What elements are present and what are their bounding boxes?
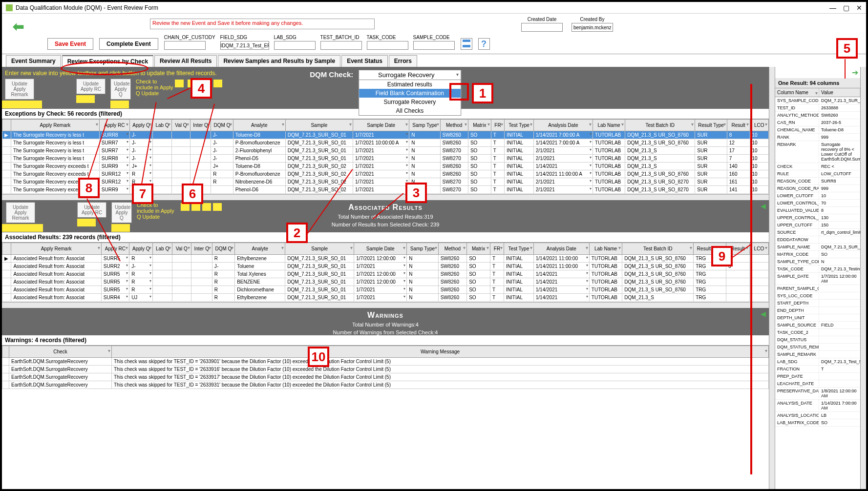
col-header[interactable]: FR▾ <box>490 243 504 255</box>
col-header[interactable]: Inter Q▾ <box>191 243 212 255</box>
filter-icon[interactable]: ▾ <box>349 122 352 127</box>
filter-icon[interactable]: ▾ <box>501 122 503 127</box>
associated-grid[interactable]: Apply Remark▾Apply RC▾Apply Q▾Lab Q▾Val … <box>2 243 769 302</box>
col-header[interactable]: Lab Q▾ <box>153 243 172 255</box>
help-button[interactable]: ? <box>478 38 490 50</box>
remark-input-box-2[interactable] <box>2 224 43 232</box>
field-sdg-input[interactable] <box>220 41 269 50</box>
filter-icon[interactable]: ▾ <box>230 122 232 127</box>
warnings-grid[interactable]: Check▾Warning Message▾EarthSoft.DQM.Surr… <box>2 346 769 489</box>
table-row[interactable]: EarthSoft.DQM.SurrogateRecoveryThis chec… <box>2 373 769 381</box>
filter-icon[interactable]: ▾ <box>435 245 437 250</box>
side-row[interactable]: CAS_RN2037-26-5 <box>775 119 860 126</box>
filter-icon[interactable]: ▾ <box>405 122 408 127</box>
col-header[interactable]: Result▾ <box>727 120 750 131</box>
filter-icon[interactable]: ▾ <box>530 122 532 127</box>
filter-icon[interactable]: ▾ <box>350 245 353 250</box>
filter-icon[interactable]: ▾ <box>126 245 128 250</box>
filter-icon[interactable]: ▾ <box>437 122 439 127</box>
labq-chk[interactable] <box>175 80 184 87</box>
filter-icon[interactable]: ▾ <box>281 245 284 250</box>
side-row[interactable]: DEPTH_UNIT <box>775 314 860 322</box>
table-row[interactable]: The Surrogate Recovery is less tSURR7▾J-… <box>2 139 769 147</box>
tab-event-status[interactable]: Event Status <box>341 55 388 67</box>
side-row[interactable]: ANALYTIC_METHODSW8260 <box>775 112 860 119</box>
col-header[interactable]: Apply Remark▾ <box>11 243 101 255</box>
filter-icon[interactable]: ▾ <box>465 122 467 127</box>
table-row[interactable]: EarthSoft.DQM.SurrogateRecoveryThis chec… <box>2 381 769 389</box>
filter-icon[interactable]: ▾ <box>500 245 503 250</box>
minimize-icon[interactable]: — <box>829 4 836 12</box>
rc-input-box[interactable] <box>76 95 95 103</box>
tab-review-exceptions-by-check[interactable]: Review Exceptions by Check <box>62 55 153 67</box>
filter-icon[interactable]: ▾ <box>765 122 767 127</box>
col-header[interactable]: Test Type▾ <box>505 120 534 131</box>
side-scrollbar-v[interactable] <box>860 67 866 489</box>
tab-review-samples-and-results-by-sample[interactable]: Review Samples and Results by Sample <box>218 55 340 67</box>
side-row[interactable]: TASK_CODE_2 <box>775 329 860 336</box>
rc-input-box-2[interactable] <box>77 219 96 226</box>
dqm-check-combo[interactable]: Surrogate Recovery▾ <box>359 70 461 80</box>
dropdown-item[interactable]: Surrogate Recovery <box>359 98 461 106</box>
filter-icon[interactable]: ▾ <box>403 245 405 250</box>
table-row[interactable]: Associated Result from: AssociatSURR4▾UJ… <box>2 294 769 302</box>
q-input-box-2[interactable] <box>111 224 130 232</box>
filter-icon[interactable]: ▾ <box>586 245 588 250</box>
table-row[interactable]: Associated Result from: AssociatSURR5▾R▾… <box>2 270 769 278</box>
col-header[interactable]: LCO▾ <box>749 243 768 255</box>
col-header[interactable]: Inter Q▾ <box>191 120 211 131</box>
filter-icon[interactable]: ▾ <box>108 348 110 353</box>
filter-icon[interactable]: ▾ <box>188 245 190 250</box>
col-header[interactable]: Analysis Date▾ <box>533 120 593 131</box>
col-header[interactable]: Test Batch ID▾ <box>625 120 695 131</box>
col-header[interactable]: Analyte▾ <box>235 243 285 255</box>
complete-event-button[interactable]: Complete Event <box>99 38 158 50</box>
created-by-input[interactable] <box>572 23 613 32</box>
q-input-box[interactable] <box>110 101 129 108</box>
side-row[interactable]: SYS_SAMPLE_CODEDQM_7.21.3_SUR_SO_01 <box>775 97 860 104</box>
update-apply-q-button-2[interactable]: Update Apply Q <box>111 202 132 223</box>
dropdown-item[interactable]: All Checks <box>359 106 461 115</box>
col-header[interactable]: Check▾ <box>9 346 112 358</box>
filter-icon[interactable]: ▾ <box>463 245 466 250</box>
assoc-scrollbar[interactable] <box>2 302 769 308</box>
side-row[interactable]: MATRIX_CODESO <box>775 251 860 258</box>
col-header[interactable]: Apply Q▾ <box>129 120 152 131</box>
side-row[interactable]: DQM_STATUS_REMARK <box>775 344 860 351</box>
tab-errors[interactable]: Errors <box>389 55 417 67</box>
col-header[interactable]: Analyte▾ <box>233 120 285 131</box>
col-header[interactable]: Result▾ <box>726 243 750 255</box>
table-row[interactable]: The Surrogate Recovery is less tSURR7▾J-… <box>2 147 769 155</box>
side-row[interactable]: DQM_STATUS <box>775 336 860 344</box>
table-row[interactable]: ▶The Surrogate Recovery is less tSURR8▾J… <box>2 131 769 139</box>
filter-icon[interactable]: ▾ <box>618 245 621 250</box>
side-row[interactable]: LAB_SDGDQM_7.21.3_Test_SUR <box>775 358 860 366</box>
task-code-input[interactable] <box>367 41 408 50</box>
main-scrollbar-v[interactable] <box>769 67 775 489</box>
filter-icon[interactable]: ▾ <box>168 122 170 127</box>
dqm-check-dropdown[interactable]: Estimated resultsField Blank Contaminati… <box>359 80 461 116</box>
back-button[interactable]: ⬅ <box>6 17 30 36</box>
filter-icon[interactable]: ▾ <box>282 122 284 127</box>
side-row[interactable]: SAMPLE_REMARK <box>775 351 860 358</box>
table-row[interactable]: Associated Result from: AssociatSURR2▾J-… <box>2 263 769 270</box>
dropdown-item[interactable]: Field Blank Contamination <box>359 89 461 98</box>
side-row[interactable]: SOURCErt_dqm_control_limits.surr_rec_low… <box>775 229 860 236</box>
col-header[interactable]: Sample▾ <box>285 120 353 131</box>
filter-icon[interactable]: ▾ <box>723 122 726 127</box>
col-header[interactable]: DQM Q▾ <box>211 120 233 131</box>
expand-warnings-icon[interactable]: ◀ <box>761 310 766 318</box>
filter-icon[interactable]: ▾ <box>765 245 767 250</box>
col-header[interactable]: Val Q▾ <box>172 243 191 255</box>
grid-tool-button[interactable] <box>461 38 472 50</box>
filter-icon[interactable]: ▾ <box>187 122 189 127</box>
remark-input-box[interactable] <box>2 101 42 108</box>
side-collapse-icon[interactable]: ➔ <box>852 68 858 77</box>
chain-input[interactable] <box>164 41 206 50</box>
side-row[interactable]: PREP_DATE <box>775 373 860 380</box>
side-row[interactable]: FRACTIONT <box>775 366 860 373</box>
table-row[interactable]: The Surrogate Recovery exceeds tSURR9▾▾P… <box>2 186 769 194</box>
table-row[interactable]: EarthSoft.DQM.SurrogateRecoveryThis chec… <box>2 366 769 373</box>
side-col-value-header[interactable]: Value <box>819 88 860 97</box>
side-row[interactable]: SAMPLE_TYPE_CODEN <box>775 258 860 266</box>
